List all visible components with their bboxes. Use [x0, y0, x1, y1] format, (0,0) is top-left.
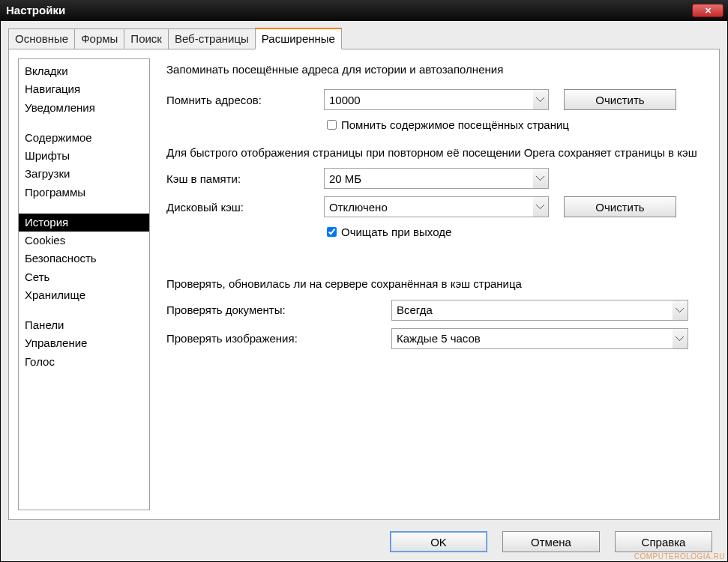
tab-panel-advanced: Вкладки Навигация Уведомления Содержимое…: [8, 49, 720, 520]
row-disk-cache: Дисковый кэш: Отключено Очистить: [166, 196, 703, 217]
checkbox-clear-on-exit[interactable]: [327, 227, 337, 237]
close-button[interactable]: ✕: [692, 4, 724, 17]
row-remember-content: Помнить содержимое посещённых страниц: [324, 118, 703, 132]
label-disk-cache: Дисковый кэш:: [166, 201, 324, 214]
tab-webpages[interactable]: Веб-страницы: [168, 28, 256, 49]
sidebar-item-security[interactable]: Безопасность: [19, 250, 149, 268]
help-button[interactable]: Справка: [615, 531, 712, 552]
ok-button[interactable]: OK: [390, 531, 487, 552]
close-icon: ✕: [705, 5, 712, 16]
sidebar-item-history[interactable]: История: [19, 214, 149, 232]
sidebar-item-cookies[interactable]: Cookies: [19, 232, 149, 250]
sidebar-separator: [19, 117, 149, 129]
sidebar-item-navigation[interactable]: Навигация: [19, 80, 149, 98]
row-check-documents: Проверять документы: Всегда: [166, 300, 703, 321]
sidebar-separator: [19, 202, 149, 214]
sidebar-item-fonts[interactable]: Шрифты: [19, 147, 149, 165]
sidebar-item-notifications[interactable]: Уведомления: [19, 99, 149, 117]
label-remember-addresses: Помнить адресов:: [166, 94, 324, 106]
row-memory-cache: Кэш в памяти: 20 МБ: [166, 168, 703, 189]
checkbox-remember-content[interactable]: [327, 120, 337, 130]
label-check-images: Проверять изображения:: [166, 332, 391, 345]
content-pane: Запоминать посещённые адреса для истории…: [150, 49, 719, 519]
dialog-button-bar: OK Отмена Справка: [1, 531, 727, 552]
tab-forms[interactable]: Формы: [74, 28, 124, 49]
label-memory-cache: Кэш в памяти:: [166, 172, 324, 185]
sidebar-item-management[interactable]: Управление: [19, 334, 149, 352]
clear-cache-button[interactable]: Очистить: [564, 196, 676, 217]
watermark: COMPUTEROLOGIA.RU: [634, 552, 725, 561]
section-check-description: Проверять, обновилась ли на сервере сохр…: [166, 277, 703, 291]
sidebar-item-downloads[interactable]: Загрузки: [19, 165, 149, 183]
sidebar-separator: [19, 304, 149, 316]
tab-basic[interactable]: Основные: [8, 28, 75, 49]
select-check-images[interactable]: Каждые 5 часов: [391, 328, 688, 349]
sidebar-item-voice[interactable]: Голос: [19, 353, 149, 371]
row-clear-on-exit: Очищать при выходе: [324, 225, 703, 239]
tab-advanced[interactable]: Расширенные: [255, 28, 342, 49]
titlebar: Настройки ✕: [0, 0, 728, 21]
label-clear-on-exit[interactable]: Очищать при выходе: [341, 226, 451, 238]
row-check-images: Проверять изображения: Каждые 5 часов: [166, 328, 703, 349]
select-remember-addresses[interactable]: 10000: [324, 89, 549, 110]
select-memory-cache[interactable]: 20 МБ: [324, 168, 549, 189]
window-title: Настройки: [6, 4, 692, 16]
cancel-button[interactable]: Отмена: [502, 531, 600, 552]
sidebar-item-programs[interactable]: Программы: [19, 184, 149, 202]
tab-search[interactable]: Поиск: [124, 28, 169, 49]
section-history-heading: Запоминать посещённые адреса для истории…: [166, 63, 703, 76]
select-disk-cache[interactable]: Отключено: [324, 196, 549, 217]
sidebar[interactable]: Вкладки Навигация Уведомления Содержимое…: [18, 58, 150, 510]
clear-history-button[interactable]: Очистить: [564, 89, 676, 110]
sidebar-item-network[interactable]: Сеть: [19, 268, 149, 286]
sidebar-item-tabs[interactable]: Вкладки: [19, 62, 149, 80]
sidebar-item-storage[interactable]: Хранилище: [19, 286, 149, 304]
select-check-documents[interactable]: Всегда: [391, 300, 688, 321]
sidebar-item-panels[interactable]: Панели: [19, 316, 149, 334]
dialog-body: Основные Формы Поиск Веб-страницы Расшир…: [0, 21, 728, 562]
label-check-documents: Проверять документы:: [166, 303, 391, 316]
label-remember-content[interactable]: Помнить содержимое посещённых страниц: [341, 118, 569, 131]
row-remember-addresses: Помнить адресов: 10000 Очистить: [166, 89, 703, 110]
sidebar-item-content[interactable]: Содержимое: [19, 129, 149, 147]
tabstrip: Основные Формы Поиск Веб-страницы Расшир…: [8, 27, 727, 49]
section-cache-description: Для быстрого отображения страницы при по…: [166, 145, 703, 160]
